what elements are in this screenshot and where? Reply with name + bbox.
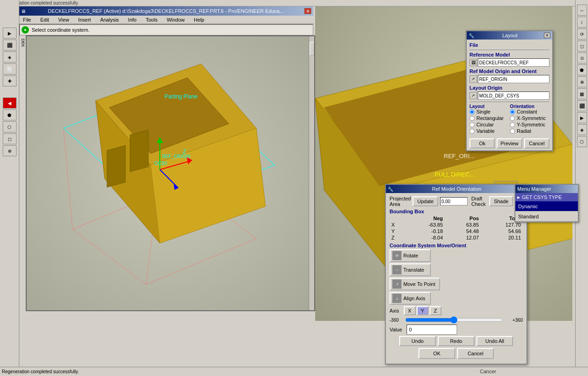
layout-preview-btn[interactable]: Preview (497, 138, 522, 148)
toolbar-btn-9[interactable]: ⊕ (3, 145, 17, 156)
main-viewport[interactable]: Parting Plane REF_ORIGIN OCS0 Z (26, 35, 315, 311)
menu-window[interactable]: Window (165, 17, 187, 23)
bbox-z-row: Z -8.04 12.07 20.11 (390, 234, 523, 241)
layout-variable-option[interactable]: Variable (469, 128, 509, 134)
toolbar-btn-4[interactable]: ⬜ (3, 63, 17, 74)
ref-origin-input[interactable] (478, 75, 549, 83)
svg-line-2 (63, 128, 73, 229)
menu-analysis[interactable]: Analysis (98, 17, 121, 23)
value-input[interactable] (407, 325, 457, 335)
undo-all-btn[interactable]: Undo All (476, 336, 513, 346)
move-to-point-btn[interactable]: ↗ Move To Point (390, 278, 440, 291)
right-btn-5[interactable]: ⊙ (577, 52, 587, 63)
move-to-point-row: ↗ Move To Point (390, 278, 523, 291)
toolbar-btn-8[interactable]: ◻ (3, 133, 17, 144)
orient-xsymmetric-radio[interactable] (510, 116, 515, 121)
layout-circular-radio[interactable] (469, 122, 475, 127)
align-axis-btn[interactable]: ⊥ Align Axis (390, 292, 431, 305)
right-btn-12[interactable]: ⬡ (577, 136, 587, 147)
bbox-section-label: Bounding Box (390, 209, 523, 214)
axis-label: Axis (390, 308, 399, 313)
menu-manager-title: Menu Manager (515, 185, 578, 193)
range-row: -360 +360 (390, 317, 523, 323)
layout-cancel-btn[interactable]: Cancel (524, 138, 549, 148)
projected-area-input[interactable] (440, 197, 468, 205)
menu-edit[interactable]: Edit (39, 17, 51, 23)
axis-row: Axis X Y Z (390, 306, 523, 315)
viewport-scrollbar[interactable] (309, 36, 314, 310)
layout-circular-option[interactable]: Circular (469, 122, 509, 127)
translate-btn[interactable]: ↔ Translate (390, 263, 431, 276)
layout-single-option[interactable]: Single (469, 109, 509, 114)
layout-origin-input[interactable] (478, 91, 549, 100)
layout-variable-radio[interactable] (469, 129, 475, 134)
y-axis-btn[interactable]: Y (417, 306, 429, 315)
update-btn[interactable]: Update (413, 196, 438, 206)
layout-dialog-title: 🔧 Layout ✕ (467, 31, 552, 40)
scrollbar-thumb[interactable] (310, 42, 314, 56)
move-to-point-label: Move To Point (403, 281, 435, 287)
projected-area-label: Projected Area (390, 196, 411, 207)
orient-constant-option[interactable]: Constant (510, 109, 549, 114)
main-close-btn[interactable]: ✕ (304, 8, 311, 14)
right-btn-2[interactable]: ↕ (577, 17, 587, 28)
menu-tools[interactable]: Tools (144, 17, 159, 23)
ref-cancel-btn[interactable]: Cancel (457, 348, 494, 359)
layout-rectangular-option[interactable]: Rectangular (469, 115, 509, 121)
rotation-slider[interactable] (405, 317, 503, 323)
toolbar-btn-5[interactable]: ✚ (3, 75, 17, 86)
toolbar-btn-6[interactable]: ⬟ (3, 109, 17, 120)
orient-ysymmetric-option[interactable]: Y-Symmetric (510, 122, 549, 127)
undo-btn[interactable]: Undo (399, 336, 436, 346)
value-label: Value (390, 327, 402, 332)
layout-rectangular-radio[interactable] (469, 116, 475, 121)
svg-text:REF_ORI...: REF_ORI... (444, 153, 475, 160)
toolbar-btn-1[interactable]: ▶ (3, 28, 17, 39)
svg-text:PULL DIREC...: PULL DIREC... (435, 171, 475, 178)
x-axis-btn[interactable]: X (404, 306, 416, 315)
menu-manager-dynamic[interactable]: Dynamic (515, 201, 578, 211)
right-btn-8[interactable]: ▦ (577, 88, 587, 99)
ref-orient-body: Projected Area Update Draft Check Shade … (386, 193, 526, 364)
right-btn-10[interactable]: ▶ (577, 112, 587, 123)
right-btn-11[interactable]: ◈ (577, 124, 587, 135)
right-btn-9[interactable]: ⬛ (577, 100, 587, 111)
align-axis-row: ⊥ Align Axis (390, 292, 523, 305)
rotate-btn[interactable]: ⟳ Rotate (390, 249, 431, 262)
orient-ysymmetric-radio[interactable] (510, 122, 515, 127)
orient-constant-radio[interactable] (510, 109, 515, 114)
toolbar-btn-3[interactable]: ◈ (3, 51, 17, 63)
range-max-label: +360 (504, 318, 523, 323)
layout-dialog-close[interactable]: ✕ (544, 33, 550, 38)
layout-single-radio[interactable] (469, 109, 475, 114)
right-btn-3[interactable]: ⟳ (577, 28, 587, 40)
menu-view[interactable]: View (57, 17, 71, 23)
orientation-col: Orientation Constant X-Symmetric Y-Sy (510, 104, 549, 134)
redo-btn[interactable]: Redo (438, 336, 475, 346)
ref-ok-btn[interactable]: OK (418, 348, 455, 359)
toolbar-btn-2[interactable]: ⬛ (3, 40, 17, 51)
layout-rectangular-label: Rectangular (476, 115, 503, 121)
menu-manager-standard[interactable]: Standard (515, 211, 578, 222)
orient-radial-option[interactable]: Radial (510, 128, 549, 134)
orient-xsymmetric-option[interactable]: X-Symmetric (510, 115, 549, 121)
ref-model-input[interactable] (478, 58, 549, 67)
orient-radial-radio[interactable] (510, 129, 515, 134)
right-btn-4[interactable]: ◻ (577, 40, 587, 51)
right-btn-7[interactable]: ⊕ (577, 76, 587, 87)
right-btn-1[interactable]: ↔ (577, 5, 587, 16)
right-btn-6[interactable]: ⬟ (577, 64, 587, 75)
toolbar-btn-pan[interactable]: ◀ (3, 97, 17, 108)
shade-btn[interactable]: Shade (489, 196, 513, 206)
menu-help[interactable]: Help (192, 17, 206, 23)
menu-file[interactable]: File (21, 17, 33, 23)
menu-insert[interactable]: Insert (76, 17, 93, 23)
orient-radial-label: Radial (517, 128, 531, 134)
layout-ok-btn[interactable]: Ok (469, 138, 495, 148)
ref-orient-dialog: 🔧 Ref Model Orientation ✕ Projected Area… (385, 184, 527, 365)
z-axis-btn[interactable]: Z (430, 306, 441, 315)
menu-manager-header-text: GET CSYS TYPE (522, 194, 562, 200)
toolbar-btn-7[interactable]: ⬡ (3, 121, 17, 132)
bbox-x-total: 127.70 (481, 222, 523, 228)
menu-info[interactable]: Info (126, 17, 138, 23)
